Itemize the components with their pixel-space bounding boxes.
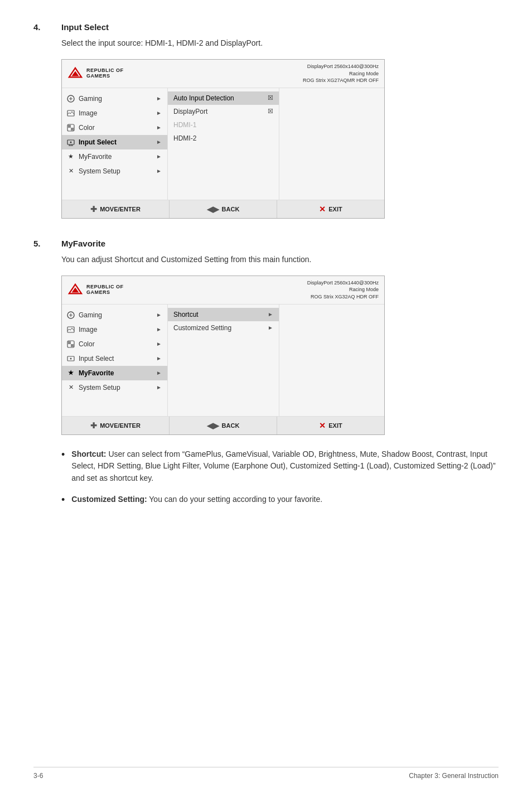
osd-1-submenu-dp-label: DisplayPort: [173, 108, 207, 115]
section-5-desc: You can adjust Shortcut and Customized S…: [61, 254, 499, 265]
arrow-right-icon: ►: [156, 139, 162, 145]
osd-1-exit-label: EXIT: [328, 206, 342, 212]
osd-2-topbar: REPUBLIC OF GAMERS DisplayPort 2560x1440…: [62, 276, 384, 305]
osd-1-menu-color-label: Color: [79, 124, 95, 132]
osd-logo-line2: GAMERS: [86, 74, 124, 79]
osd-2-submenu: Shortcut ► Customized Setting ►: [168, 305, 279, 416]
bullet-dot-2: •: [61, 492, 65, 508]
section-4-number: 4.: [33, 22, 61, 32]
section-5-number: 5.: [33, 239, 61, 248]
osd-1-menu: Gaming ► Image ►: [62, 88, 168, 200]
osd-1-submenu-auto: Auto Input Detection ☒: [168, 91, 279, 105]
osd-1-info-line1: DisplayPort 2560x1440@300Hz: [303, 63, 379, 70]
osd-1-menu-color: Color ►: [62, 120, 167, 135]
osd-2: REPUBLIC OF GAMERS DisplayPort 2560x1440…: [61, 276, 385, 435]
osd-1-menu-image: Image ►: [62, 106, 167, 120]
osd-1-menu-input-select: Input Select ►: [62, 135, 167, 149]
arrow-right-icon: ►: [156, 355, 162, 361]
shortcut-desc: User can select from “GamePlus, GameVisu…: [71, 450, 495, 482]
bullet-shortcut-text: Shortcut: User can select from “GamePlus…: [71, 448, 499, 485]
back-icon: ◀▶: [207, 205, 219, 214]
bullet-list: • Shortcut: User can select from “GamePl…: [61, 448, 499, 508]
svg-point-8: [70, 141, 72, 143]
osd-2-logo-line2: GAMERS: [86, 290, 124, 296]
osd-2-third-col: [279, 305, 384, 416]
arrow-right-icon: ►: [268, 311, 273, 317]
check-icon: ☒: [268, 94, 273, 102]
osd-1-move-label: MOVE/ENTER: [100, 206, 141, 212]
osd-1-menu-myfavorite-label: MyFavorite: [79, 153, 112, 161]
osd-1-logo-text: REPUBLIC OF GAMERS: [86, 68, 124, 79]
arrow-right-icon: ►: [156, 384, 162, 390]
osd-2-bottom: ✚ MOVE/ENTER ◀▶ BACK ✕ EXIT: [62, 416, 384, 434]
osd-1-menu-input-label: Input Select: [79, 138, 117, 146]
osd-2-back-label: BACK: [222, 422, 240, 429]
osd-1-info-line3: ROG Strix XG27AQMR HDR OFF: [303, 77, 379, 84]
osd-2-info-line3: ROG Strix XG32AQ HDR OFF: [307, 293, 379, 301]
svg-rect-5: [68, 125, 71, 128]
osd-1-back-label: BACK: [222, 206, 240, 212]
osd-2-body: Gaming ► Image ►: [62, 305, 384, 416]
arrow-right-icon: ►: [156, 110, 162, 116]
osd-1-body: Gaming ► Image ►: [62, 88, 384, 200]
osd-2-info-line1: DisplayPort 2560x1440@300Hz: [307, 279, 379, 287]
osd-1-bottom-back: ◀▶ BACK: [170, 200, 277, 218]
osd-2-logo-text: REPUBLIC OF GAMERS: [86, 284, 124, 296]
osd-1-submenu-hdmi2-label: HDMI-2: [173, 134, 196, 142]
bullet-dot-1: •: [61, 447, 65, 463]
move-icon-2: ✚: [90, 421, 97, 430]
arrow-right-icon: ►: [156, 168, 162, 174]
page-footer: 3-6 Chapter 3: General Instruction: [33, 767, 499, 780]
osd-2-exit-label: EXIT: [328, 422, 342, 429]
osd-1-submenu-hdmi2: HDMI-2: [168, 132, 279, 145]
osd-1-submenu-auto-label: Auto Input Detection: [173, 94, 234, 102]
rog-logo-icon: [67, 67, 83, 80]
gaming-icon: [66, 94, 75, 103]
footer-left: 3-6: [33, 772, 43, 780]
osd-1-submenu-hdmi1: HDMI-1: [168, 118, 279, 132]
exit-x-icon-2: ✕: [319, 421, 326, 430]
section-4: 4. Input Select Select the input source:…: [33, 22, 499, 219]
osd-1-logo: REPUBLIC OF GAMERS: [67, 67, 124, 80]
osd-2-bottom-move: ✚ MOVE/ENTER: [62, 417, 170, 434]
osd-1-menu-system: ✕ System Setup ►: [62, 164, 167, 178]
svg-point-17: [70, 357, 72, 359]
svg-rect-14: [68, 341, 71, 344]
footer-right: Chapter 3: General Instruction: [409, 772, 499, 780]
osd-2-customized-label: Customized Setting: [173, 324, 231, 332]
arrow-right-icon: ►: [268, 325, 273, 331]
image-icon: [66, 109, 75, 118]
osd-1: REPUBLIC OF GAMERS DisplayPort 2560x1440…: [61, 59, 385, 219]
input-icon-2: [66, 354, 75, 363]
osd-2-menu-image: Image ►: [62, 322, 167, 337]
bullet-shortcut: • Shortcut: User can select from “GamePl…: [61, 448, 499, 485]
arrow-right-icon: ►: [156, 95, 162, 102]
gaming-icon-2: [66, 311, 75, 320]
customized-term: Customized Setting:: [71, 495, 147, 504]
osd-1-bottom-move: ✚ MOVE/ENTER: [62, 200, 170, 218]
input-select-icon: [66, 138, 75, 147]
osd-1-submenu-dp: DisplayPort ☒: [168, 105, 279, 118]
svg-rect-15: [71, 344, 74, 347]
arrow-right-icon: ►: [156, 341, 162, 347]
osd-2-menu: Gaming ► Image ►: [62, 305, 168, 416]
osd-1-menu-image-label: Image: [79, 109, 97, 117]
svg-rect-6: [71, 128, 74, 131]
osd-2-menu-input: Input Select ►: [62, 351, 167, 366]
osd-1-topbar: REPUBLIC OF GAMERS DisplayPort 2560x1440…: [62, 60, 384, 88]
check-icon: ☒: [268, 108, 273, 115]
osd-1-menu-gaming-label: Gaming: [79, 95, 102, 103]
osd-2-info: DisplayPort 2560x1440@300Hz Racing Mode …: [307, 279, 379, 301]
osd-2-bottom-back: ◀▶ BACK: [170, 417, 277, 434]
arrow-right-icon: ►: [156, 153, 162, 160]
back-icon-2: ◀▶: [207, 421, 219, 430]
arrow-right-icon: ►: [156, 326, 162, 332]
osd-2-submenu-shortcut: Shortcut ►: [168, 308, 279, 321]
osd-1-info-line2: Racing Mode: [303, 70, 379, 78]
shortcut-term: Shortcut:: [71, 450, 106, 458]
osd-2-logo: REPUBLIC OF GAMERS: [67, 283, 124, 297]
section-5: 5. MyFavorite You can adjust Shortcut an…: [33, 239, 499, 508]
osd-1-submenu: Auto Input Detection ☒ DisplayPort ☒ HDM…: [168, 88, 279, 200]
customized-desc: You can do your setting according to you…: [147, 495, 322, 504]
osd-2-menu-system: ✕ System Setup ►: [62, 380, 167, 395]
